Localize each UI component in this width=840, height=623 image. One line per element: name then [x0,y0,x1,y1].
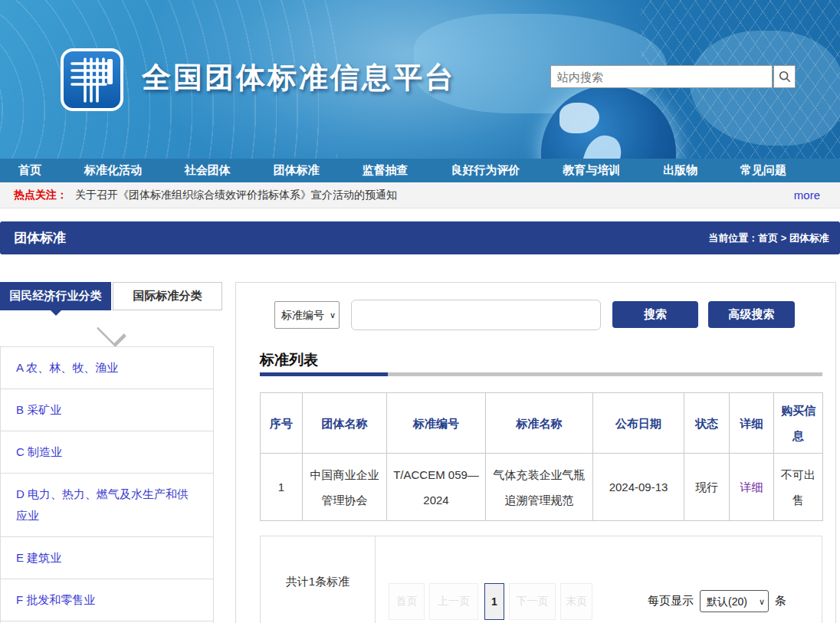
nav-item-supervision[interactable]: 监督抽查 [363,163,409,178]
col-index: 序号 [261,393,303,454]
nav-item-group-standards[interactable]: 团体标准 [274,163,320,178]
hot-topic-link[interactable]: 关于召开《团体标准组织综合绩效评价指标体系》宣介活动的预通知 [75,189,397,202]
category-list: A 农、林、牧、渔业 B 采矿业 C 制造业 D 电力、热力、燃气及水生产和供应… [0,346,214,623]
site-header: 全国团体标准信息平台 [0,0,840,159]
breadcrumb[interactable]: 当前位置：首页 > 团体标准 [708,231,829,245]
nav-item-publications[interactable]: 出版物 [663,163,697,178]
cell-code: T/ACCEM 059—2024 [387,454,486,521]
col-status: 状态 [684,393,730,454]
total-count: 共计1条标准 [261,536,376,623]
col-purchase: 购买信息 [774,393,823,454]
nav-item-social-organizations[interactable]: 社会团体 [185,163,231,178]
category-item-f[interactable]: F 批发和零售业 [1,579,213,621]
site-title: 全国团体标准信息平台 [142,58,456,97]
nav-item-home[interactable]: 首页 [18,163,41,178]
pagination-box: 共计1条标准 首页 上一页 1 下一页 末页 每页显示 默认(20) ∨ 条 [260,536,822,623]
cell-status: 现行 [684,454,730,521]
col-code: 标准编号 [387,393,486,454]
pagination-current-page[interactable]: 1 [484,583,504,620]
per-page-select[interactable]: 默认(20) [700,590,769,612]
content-panel: 标准编号 ∨ 搜索 高级搜索 标准列表 序号 团体名称 标准编号 标准名称 公布… [235,282,836,623]
per-page-control: 每页显示 默认(20) ∨ 条 [648,590,786,612]
site-search-button[interactable] [773,65,796,88]
page-title: 团体标准 [14,229,66,247]
page-title-bar: 团体标准 当前位置：首页 > 团体标准 [0,221,840,254]
main-nav: 首页 标准化活动 社会团体 团体标准 监督抽查 良好行为评价 教育与培训 出版物… [0,159,840,182]
col-detail: 详细 [730,393,774,454]
per-page-unit: 条 [775,594,786,608]
cell-index: 1 [261,454,303,521]
pagination-last-button[interactable]: 末页 [560,583,592,620]
table-header-row: 序号 团体名称 标准编号 标准名称 公布日期 状态 详细 购买信息 [261,393,823,454]
chevron-down-icon [96,316,123,343]
col-name: 标准名称 [486,393,593,454]
tab-national-economy-classification[interactable]: 国民经济行业分类 [0,282,111,310]
site-search-input[interactable] [550,65,773,88]
per-page-label: 每页显示 [648,594,694,608]
advanced-search-button[interactable]: 高级搜索 [708,301,795,328]
pagination-first-button[interactable]: 首页 [389,583,425,620]
nav-item-standardization-activities[interactable]: 标准化活动 [84,163,142,178]
standard-search-input[interactable] [351,300,601,330]
nav-item-good-practice-evaluation[interactable]: 良好行为评价 [451,163,520,178]
search-field-select-wrap: 标准编号 ∨ [274,301,340,329]
col-org: 团体名称 [303,393,387,454]
pagination-next-button[interactable]: 下一页 [509,583,556,620]
tab-label: 国际标准分类 [133,289,202,303]
detail-link[interactable]: 详细 [740,480,763,493]
nav-item-education-training[interactable]: 教育与培训 [563,163,620,178]
category-item-a[interactable]: A 农、林、牧、渔业 [1,347,213,389]
cell-name: 气体充装企业气瓶追溯管理规范 [486,454,593,521]
search-icon [778,70,792,84]
heading-underline-accent [260,372,388,376]
tab-international-standard-classification[interactable]: 国际标准分类 [113,282,222,310]
search-field-select[interactable]: 标准编号 [274,301,340,329]
more-link[interactable]: more [794,189,820,202]
category-item-c[interactable]: C 制造业 [1,431,213,474]
category-item-e[interactable]: E 建筑业 [1,537,213,579]
standards-table: 序号 团体名称 标准编号 标准名称 公布日期 状态 详细 购买信息 1 中国商业… [260,392,823,521]
category-item-b[interactable]: B 采矿业 [1,389,213,431]
cell-org: 中国商业企业管理协会 [303,454,387,521]
site-logo-icon [60,48,124,112]
cell-purchase: 不可出售 [774,454,823,521]
pagination-prev-button[interactable]: 上一页 [429,583,478,620]
table-row: 1 中国商业企业管理协会 T/ACCEM 059—2024 气体充装企业气瓶追溯… [261,454,823,521]
category-item-d[interactable]: D 电力、热力、燃气及水生产和供应业 [1,474,213,537]
col-date: 公布日期 [593,393,684,454]
tab-label: 国民经济行业分类 [10,289,102,303]
nav-item-faq[interactable]: 常见问题 [740,163,786,178]
hot-topic-bar: 热点关注： 关于召开《团体标准组织综合绩效评价指标体系》宣介活动的预通知 mor… [0,182,840,208]
site-search [550,65,796,88]
hot-topic-label: 热点关注： [14,189,67,202]
per-page-select-wrap: 默认(20) ∨ [700,590,769,612]
cell-date: 2024-09-13 [593,454,684,521]
search-button[interactable]: 搜索 [612,301,698,328]
list-heading: 标准列表 [260,350,318,370]
heading-underline [260,372,822,376]
cell-detail: 详细 [730,454,774,521]
page: 全国团体标准信息平台 首页 标准化活动 社会团体 团体标准 监督抽查 良好行为评… [0,0,840,623]
